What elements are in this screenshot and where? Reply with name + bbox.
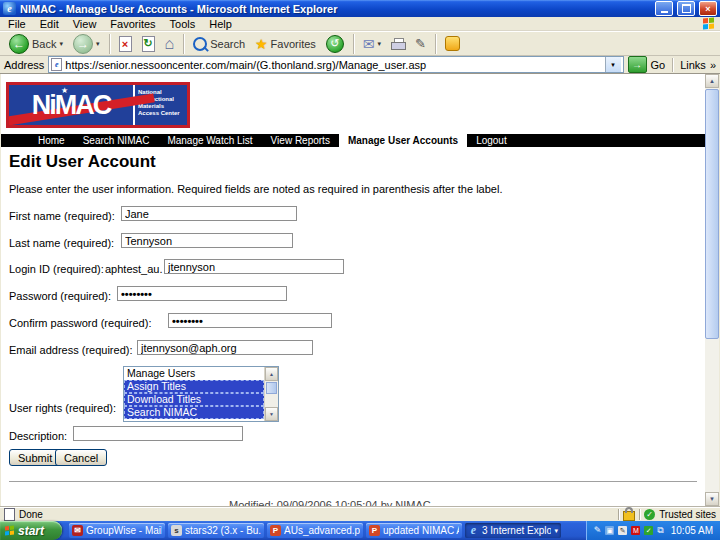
user-rights-option-assign-titles[interactable]: Assign Titles bbox=[124, 380, 264, 393]
stop-button[interactable]: × bbox=[115, 35, 136, 53]
user-rights-option-download-titles[interactable]: Download Titles bbox=[124, 393, 264, 406]
standard-toolbar: ← Back ▾ → ▾ × ↻ ⌂ Search ★ Favorites ↺ bbox=[0, 31, 720, 56]
menu-item-tools[interactable]: Tools bbox=[163, 18, 203, 30]
start-button[interactable]: start bbox=[0, 521, 62, 540]
security-zone-text: Trusted sites bbox=[659, 509, 716, 520]
login-id-field[interactable] bbox=[164, 259, 344, 274]
home-button[interactable]: ⌂ bbox=[161, 34, 179, 54]
messenger-button[interactable] bbox=[441, 35, 464, 52]
security-zone-icon: ✓ bbox=[644, 509, 655, 520]
menu-item-file[interactable]: File bbox=[1, 18, 33, 30]
page-content: NiMAC ★ National Instructional Materials… bbox=[1, 74, 705, 506]
nav-item-manage-watch-list[interactable]: Manage Watch List bbox=[158, 134, 261, 147]
user-rights-option-manage-users[interactable]: Manage Users bbox=[124, 367, 264, 380]
logo-star-icon: ★ bbox=[61, 86, 68, 95]
history-icon: ↺ bbox=[326, 35, 344, 53]
favorites-button[interactable]: ★ Favorites bbox=[251, 35, 320, 53]
nav-item-home[interactable]: Home bbox=[29, 134, 74, 147]
user-rights-option-search-nimac[interactable]: Search NIMAC bbox=[124, 406, 264, 419]
cancel-button[interactable]: Cancel bbox=[55, 449, 107, 466]
print-icon bbox=[391, 38, 405, 49]
task-button-groupwise[interactable]: ✉ GroupWise - Mailbox bbox=[69, 523, 165, 538]
maximize-icon bbox=[682, 4, 691, 13]
history-button[interactable]: ↺ bbox=[322, 34, 348, 54]
listbox-scroll-up-icon[interactable]: ▲ bbox=[265, 367, 278, 381]
address-separator bbox=[672, 58, 673, 72]
favorites-label: Favorites bbox=[271, 38, 316, 50]
menu-item-help[interactable]: Help bbox=[202, 18, 239, 30]
nav-item-logout[interactable]: Logout bbox=[467, 134, 516, 147]
back-button[interactable]: ← Back ▾ bbox=[5, 33, 67, 55]
go-label[interactable]: Go bbox=[651, 59, 666, 71]
address-input[interactable] bbox=[65, 58, 601, 71]
address-dropdown-button[interactable]: ▾ bbox=[605, 57, 621, 72]
listbox-scroll-thumb[interactable] bbox=[266, 382, 277, 394]
forward-dropdown-icon[interactable]: ▾ bbox=[96, 40, 100, 48]
task-button-ppt-aus-advanced[interactable]: P AUs_advanced.ppt bbox=[267, 523, 363, 538]
logo-wordmark: NiMAC bbox=[32, 85, 111, 125]
confirm-password-field[interactable] bbox=[168, 313, 332, 328]
first-name-field[interactable] bbox=[121, 206, 297, 221]
task-button-ppt-updated-nimac[interactable]: P updated NIMAC Aut... bbox=[366, 523, 462, 538]
listbox-scroll-down-icon[interactable]: ▼ bbox=[265, 407, 278, 421]
task-button-stars32[interactable]: s stars32 (3.x - Bu... bbox=[168, 523, 264, 538]
edit-button[interactable]: ✎ bbox=[411, 35, 430, 52]
user-rights-label: User rights (required): bbox=[9, 402, 116, 414]
back-label: Back bbox=[32, 38, 56, 50]
mail-button[interactable]: ✉ ▾ bbox=[359, 35, 385, 53]
menu-item-view[interactable]: View bbox=[66, 18, 104, 30]
network-tray-icon[interactable]: ⧉ bbox=[657, 526, 663, 535]
powerpoint-icon: P bbox=[369, 525, 380, 536]
status-text: Done bbox=[19, 509, 43, 520]
shield-tray-icon[interactable]: ✓ bbox=[644, 526, 653, 535]
nav-item-search-nimac[interactable]: Search NIMAC bbox=[74, 134, 159, 147]
document-tray-icon[interactable]: ✎ bbox=[618, 526, 627, 535]
maximize-button[interactable] bbox=[677, 1, 695, 16]
links-chevron-icon[interactable]: » bbox=[710, 59, 716, 71]
print-button[interactable] bbox=[387, 37, 409, 50]
menu-item-favorites[interactable]: Favorites bbox=[103, 18, 162, 30]
description-field[interactable] bbox=[73, 426, 243, 441]
search-button[interactable]: Search bbox=[189, 36, 249, 52]
footer-divider bbox=[9, 481, 697, 482]
mail-dropdown-icon[interactable]: ▾ bbox=[378, 40, 382, 48]
close-button[interactable]: × bbox=[699, 1, 717, 16]
scroll-down-icon[interactable]: ▼ bbox=[705, 492, 719, 506]
pen-tray-icon[interactable]: ✎ bbox=[594, 526, 602, 535]
email-field[interactable] bbox=[137, 340, 313, 355]
logo-tagline: National Instructional Materials Access … bbox=[133, 85, 187, 125]
password-field[interactable] bbox=[117, 286, 287, 301]
password-label: Password (required): bbox=[9, 290, 111, 302]
nav-item-manage-user-accounts[interactable]: Manage User Accounts bbox=[339, 134, 467, 147]
last-name-field[interactable] bbox=[121, 233, 293, 248]
system-tray: ✎ ▣ ✎ M ✓ ⧉ 10:05 AM bbox=[586, 521, 720, 540]
nav-item-view-reports[interactable]: View Reports bbox=[262, 134, 339, 147]
windows-logo-icon bbox=[703, 17, 714, 29]
go-button[interactable]: → bbox=[628, 56, 647, 73]
start-label: start bbox=[18, 524, 44, 538]
start-flag-icon bbox=[5, 526, 14, 536]
scroll-thumb[interactable] bbox=[705, 89, 719, 339]
powerpoint-icon: P bbox=[270, 525, 281, 536]
links-label[interactable]: Links bbox=[680, 59, 706, 71]
nimac-logo: NiMAC ★ National Instructional Materials… bbox=[6, 82, 190, 128]
group-dropdown-icon: ▾ bbox=[554, 527, 558, 535]
back-dropdown-icon[interactable]: ▾ bbox=[59, 40, 63, 48]
groupwise-icon: ✉ bbox=[72, 525, 83, 536]
page-scrollbar: ▲ ▼ bbox=[705, 74, 719, 506]
site-nav-bar: Home Search NIMAC Manage Watch List View… bbox=[1, 134, 705, 147]
mcafee-tray-icon[interactable]: M bbox=[631, 526, 640, 535]
menu-bar: File Edit View Favorites Tools Help bbox=[0, 17, 720, 31]
task-button-internet-explorer-group[interactable]: e 3 Internet Explorer ▾ bbox=[465, 523, 561, 538]
address-bar: Address e ▾ → Go Links » bbox=[0, 56, 720, 74]
submit-button[interactable]: Submit bbox=[9, 449, 61, 466]
menu-item-edit[interactable]: Edit bbox=[33, 18, 66, 30]
refresh-icon: ↻ bbox=[142, 36, 155, 52]
minimize-button[interactable] bbox=[655, 1, 673, 16]
scroll-up-icon[interactable]: ▲ bbox=[705, 74, 719, 88]
back-icon: ← bbox=[9, 34, 29, 54]
forward-button[interactable]: → ▾ bbox=[69, 33, 104, 55]
refresh-button[interactable]: ↻ bbox=[138, 35, 159, 53]
display-tray-icon[interactable]: ▣ bbox=[605, 526, 614, 535]
ie-icon: e bbox=[468, 525, 479, 536]
